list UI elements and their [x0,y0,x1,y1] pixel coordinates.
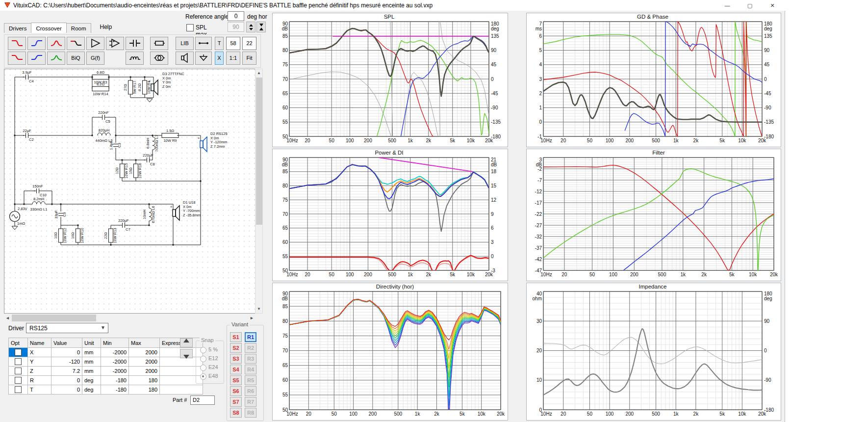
part-number-input[interactable]: D2 [190,396,215,405]
toolbar-shelf-button[interactable] [67,37,85,50]
value-cell[interactable]: 0 [51,385,82,395]
opt-checkbox[interactable] [15,377,22,384]
toolbar-capacitor-button[interactable] [126,37,144,50]
close-button[interactable]: ✕ [761,0,784,11]
toolbar-lib-button[interactable]: LIB [176,37,194,50]
snap-option-5[interactable]: 5 % [200,346,224,355]
toolbar-t-button[interactable]: T [215,37,224,50]
min-cell[interactable]: -2000 [101,357,129,367]
schematic-vertical-scrollbar[interactable]: ▲ ▼ [255,69,263,314]
toolbar-resistor-button[interactable] [150,37,168,50]
variant-button-r2[interactable]: R2 [245,343,256,353]
variant-button-s2[interactable]: S2 [230,343,242,353]
variant-button-r6[interactable]: R6 [245,386,256,396]
variant-button-r7[interactable]: R7 [245,397,256,407]
variant-button-s6[interactable]: S6 [230,386,242,396]
toolbar-1-1-button[interactable]: 1:1 [226,52,240,65]
schematic-canvas[interactable]: 3.9µFC46.8Ω10W R38.2Ω10W R1427Ω5W R178.2… [4,69,255,314]
toolbar-transformer-button[interactable] [150,52,168,65]
opt-checkbox[interactable] [15,386,22,393]
toolbar-peak-button[interactable] [47,52,65,65]
toolbar-fit-button[interactable]: Fit [242,52,256,65]
name-cell[interactable]: T [28,385,51,395]
value-cell[interactable]: 7.2 [51,367,82,376]
variant-button-s4[interactable]: S4 [230,365,242,374]
min-cell[interactable]: -2000 [101,348,129,357]
variant-button-s7[interactable]: S7 [230,397,242,407]
schematic-horizontal-scrollbar[interactable]: ◄ ► [4,314,255,322]
snap-option-E24[interactable]: E24 [200,364,224,372]
variant-button-r8[interactable]: R8 [245,408,256,418]
max-cell[interactable]: 180 [129,385,160,395]
toolbar-speaker-button[interactable] [176,52,194,65]
min-cell[interactable]: -2000 [101,367,129,376]
unit-cell[interactable]: deg [82,376,101,385]
scroll-down-arrow-icon[interactable]: ▼ [255,305,262,313]
opt-checkbox[interactable] [15,358,22,365]
spl-max-auto-button[interactable] [256,22,266,32]
opt-cell-x[interactable] [9,348,28,357]
vertical-scroll-thumb[interactable] [256,78,262,225]
row-down-button[interactable] [180,349,193,358]
name-cell[interactable]: Y [28,357,51,367]
minimize-button[interactable]: — [716,0,739,11]
maximize-button[interactable]: ▢ [739,0,761,11]
name-cell[interactable]: X [28,348,51,357]
toolbar-buffer-button[interactable] [86,37,104,50]
variant-button-s1[interactable]: S1 [230,332,242,342]
unit-cell[interactable]: deg [82,385,101,395]
variant-button-s5[interactable]: S5 [230,375,242,385]
toolbar-opamp-button[interactable] [106,37,124,50]
toolbar-ground-button[interactable] [195,52,212,65]
snap-option-E12[interactable]: E12 [200,355,224,364]
toolbar-58-button[interactable]: 58 [226,37,240,50]
toolbar-lowpass-button[interactable] [8,37,26,50]
toolbar-lowshelf-button[interactable] [8,52,26,65]
scroll-left-arrow-icon[interactable]: ◄ [4,314,11,322]
value-cell[interactable]: 0 [51,376,82,385]
toolbar-x-button[interactable]: X [215,52,224,65]
tab-crossover[interactable]: Crossover [31,23,66,33]
tab-drivers[interactable]: Drivers [4,23,31,33]
min-cell[interactable]: -180 [101,376,129,385]
spl-max-spinner-up-down[interactable] [246,22,255,32]
opt-cell-t[interactable] [9,385,28,395]
scroll-up-arrow-icon[interactable]: ▲ [255,69,262,77]
row-up-button[interactable] [180,338,193,347]
toolbar-wire-button[interactable] [195,37,212,50]
radio-icon[interactable] [200,373,206,380]
variant-button-r3[interactable]: R3 [245,354,256,364]
max-cell[interactable]: 2000 [129,348,160,357]
variant-button-r4[interactable]: R4 [245,365,256,374]
radio-icon[interactable] [200,347,206,353]
name-cell[interactable]: R [28,376,51,385]
toolbar-bandpass-button[interactable] [47,37,65,50]
driver-dropdown[interactable]: RS125 ▼ [26,323,108,333]
variant-button-s3[interactable]: S3 [230,354,242,364]
opt-checkbox[interactable] [15,349,22,356]
value-cell[interactable]: -120 [51,357,82,367]
radio-icon[interactable] [200,356,206,362]
opt-cell-y[interactable] [9,357,28,367]
unit-cell[interactable]: mm [82,357,101,367]
opt-checkbox[interactable] [15,368,22,374]
variant-button-s8[interactable]: S8 [230,408,242,418]
max-cell[interactable]: 2000 [129,357,160,367]
radio-icon[interactable] [200,365,206,371]
opt-cell-r[interactable] [9,376,28,385]
max-cell[interactable]: 2000 [129,367,160,376]
variant-button-r1[interactable]: R1 [245,332,256,342]
variant-button-r5[interactable]: R5 [245,375,256,385]
tab-room[interactable]: Room [66,23,91,33]
snap-option-E48[interactable]: E48 [200,372,224,381]
scroll-right-arrow-icon[interactable]: ► [248,314,255,322]
toolbar-highpass-button[interactable] [27,37,46,50]
unit-cell[interactable]: mm [82,348,101,357]
value-cell[interactable]: 0 [51,348,82,357]
menu-item-help[interactable]: Help [96,22,117,32]
horizontal-scroll-thumb[interactable] [12,315,96,321]
min-cell[interactable]: -180 [101,385,129,395]
toolbar-g-f--button[interactable]: G(f) [86,52,104,65]
toolbar-22-button[interactable]: 22 [242,37,256,50]
toolbar-highshelf-button[interactable] [27,52,46,65]
